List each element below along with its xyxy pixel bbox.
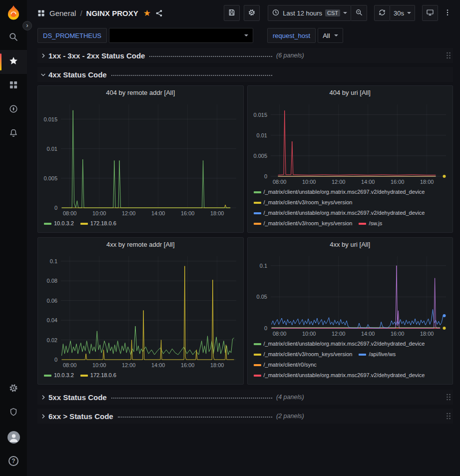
row-title: 1xx - 3xx - 2xx Status Code (48, 51, 145, 60)
legend-item[interactable]: /_matrix/client/v3/room_keys/version (254, 218, 353, 229)
zoom-out-button[interactable] (351, 5, 367, 21)
time-range-picker[interactable]: Last 12 hours CST (268, 5, 351, 21)
chart-legend: 10.0.3.2172.18.0.6 (38, 218, 243, 232)
legend-item[interactable]: 10.0.3.2 (44, 370, 74, 381)
panels-row: 404 by remote addr [All] 08:0010:0012:00… (37, 85, 453, 233)
svg-text:14:00: 14:00 (151, 210, 165, 216)
drag-handle-icon[interactable] (445, 393, 453, 402)
svg-text:0.015: 0.015 (43, 116, 57, 122)
variable-label-datasource[interactable]: DS_PROMETHEUS (37, 28, 107, 43)
row-header-4xx[interactable]: 4xx Status Code (37, 67, 453, 82)
panel-title[interactable]: 404 by uri [All] (248, 86, 453, 99)
legend-item[interactable]: /_matrix/client/r0/sync (254, 360, 317, 370)
legend-item[interactable]: /sw.js (359, 218, 382, 229)
timeseries-chart[interactable]: 08:0010:0012:0014:0016:0018:0000.020.040… (38, 251, 243, 370)
gear-icon (8, 383, 18, 395)
expand-sidebar-button[interactable]: › (22, 21, 32, 30)
legend-item[interactable]: 172.18.0.6 (80, 218, 116, 229)
svg-text:10:00: 10:00 (302, 331, 316, 337)
legend-item[interactable]: /_matrix/client/unstable/org.matrix.msc2… (254, 208, 425, 218)
legend-item[interactable]: /_matrix/client/unstable/org.matrix.msc2… (254, 339, 425, 349)
drag-handle-icon[interactable] (445, 51, 453, 60)
apps-icon[interactable] (37, 9, 45, 17)
panel-title[interactable]: 4xx by uri [All] (248, 238, 453, 251)
legend-label: /_matrix/client/unstable/org.matrix.msc2… (264, 370, 425, 381)
legend-item[interactable]: /_matrix/client/unstable/org.matrix.msc2… (254, 187, 425, 197)
chevron-down-icon (244, 34, 248, 36)
datasource-value-select[interactable] (109, 28, 253, 43)
svg-text:12:00: 12:00 (331, 179, 345, 185)
legend-label: /_matrix/client/v3/room_keys/version (264, 349, 353, 360)
legend-item[interactable]: /_matrix/client/unstable/org.matrix.msc2… (254, 370, 425, 381)
monitor-icon (426, 8, 434, 18)
legend-item[interactable]: /_matrix/client/v3/room_keys/version (254, 197, 353, 208)
save-dashboard-button[interactable] (224, 5, 240, 21)
svg-text:0: 0 (264, 325, 267, 331)
row-header-5xx[interactable]: 5xx Status Code (4 panels) (37, 390, 453, 405)
row-dots (111, 398, 272, 399)
help-icon: ? (8, 456, 18, 466)
variable-label-request-host[interactable]: request_host (267, 28, 316, 43)
legend-label: /_matrix/client/unstable/org.matrix.msc2… (264, 339, 425, 349)
svg-text:08:00: 08:00 (63, 362, 77, 368)
chevron-right-icon (37, 394, 48, 401)
grafana-logo-icon[interactable] (0, 0, 27, 26)
sidebar-item-search[interactable] (0, 26, 27, 50)
svg-text:0.005: 0.005 (253, 153, 267, 159)
dashboard-content: 1xx - 3xx - 2xx Status Code (6 panels) 4… (27, 45, 460, 476)
sidebar-item-dashboards[interactable] (0, 74, 27, 98)
sidebar-item-configuration[interactable] (0, 377, 27, 401)
refresh-interval-select[interactable]: 30s (390, 5, 415, 21)
legend-item[interactable]: /_matrix/client/v3/room_keys/version (254, 349, 353, 360)
sidebar-item-help[interactable]: ? (0, 449, 27, 473)
svg-text:12:00: 12:00 (122, 362, 136, 368)
svg-text:16:00: 16:00 (181, 210, 195, 216)
sidebar-item-starred[interactable] (0, 50, 27, 74)
refresh-interval-value: 30s (394, 9, 404, 17)
svg-text:0.005: 0.005 (43, 175, 57, 181)
row-header-6xx[interactable]: 6xx > Status Code (2 panels) (37, 409, 453, 424)
request-host-value-select[interactable]: All (318, 28, 343, 43)
panel-4xx-by-uri[interactable]: 4xx by uri [All] 08:0010:0012:0014:0016:… (247, 237, 454, 385)
svg-text:10:00: 10:00 (92, 210, 106, 216)
panel-title[interactable]: 404 by remote addr [All] (38, 86, 243, 99)
share-icon[interactable] (155, 9, 163, 17)
datasource-label-text: DS_PROMETHEUS (43, 32, 101, 39)
legend-marker-icon (44, 223, 51, 225)
panel-404-by-remote-addr[interactable]: 404 by remote addr [All] 08:0010:0012:00… (37, 85, 244, 233)
dashboard-header: General / NGINX PROXY ★ (27, 0, 460, 26)
more-options-button[interactable] (442, 5, 453, 21)
svg-text:08:00: 08:00 (272, 179, 286, 185)
svg-text:0.1: 0.1 (50, 258, 57, 264)
panel-title[interactable]: 4xx by remote addr [All] (38, 238, 243, 251)
star-icon (8, 56, 18, 68)
sidebar-item-profile[interactable] (0, 425, 27, 449)
breadcrumb-dashboard-title[interactable]: NGINX PROXY (86, 9, 138, 17)
panel-4xx-by-remote-addr[interactable]: 4xx by remote addr [All] 08:0010:0012:00… (37, 237, 244, 385)
svg-text:18:00: 18:00 (210, 210, 224, 216)
legend-marker-icon (254, 343, 261, 345)
svg-text:0.08: 0.08 (47, 278, 57, 284)
dashboard-settings-button[interactable] (244, 5, 260, 21)
favorite-star-icon[interactable]: ★ (143, 8, 151, 18)
legend-item[interactable]: 10.0.3.2 (44, 218, 74, 229)
refresh-button[interactable] (374, 5, 390, 21)
tv-mode-button[interactable] (422, 5, 438, 21)
avatar (7, 431, 20, 444)
variables-bar: DS_PROMETHEUS request_host All (27, 26, 460, 45)
drag-handle-icon[interactable] (445, 412, 453, 421)
sidebar-item-explore[interactable] (0, 98, 27, 122)
timeseries-chart[interactable]: 08:0010:0012:0014:0016:0018:0000.0050.01… (38, 99, 243, 218)
legend-label: 10.0.3.2 (54, 370, 74, 381)
sidebar-item-alerting[interactable] (0, 122, 27, 146)
timeseries-chart[interactable]: 08:0010:0012:0014:0016:0018:0000.0050.01… (248, 99, 453, 186)
timeseries-chart[interactable]: 08:0010:0012:0014:0016:0018:0000.050.1 (248, 251, 453, 338)
row-header-1xx-3xx-2xx[interactable]: 1xx - 3xx - 2xx Status Code (6 panels) (37, 48, 453, 63)
legend-item[interactable]: 172.18.0.6 (80, 370, 116, 381)
svg-text:14:00: 14:00 (151, 362, 165, 368)
legend-item[interactable]: /api/live/ws (359, 349, 396, 360)
sidebar-item-server-admin[interactable] (0, 401, 27, 425)
breadcrumb-section[interactable]: General (49, 9, 76, 17)
panel-404-by-uri[interactable]: 404 by uri [All] 08:0010:0012:0014:0016:… (247, 85, 454, 233)
svg-text:0: 0 (54, 357, 57, 363)
